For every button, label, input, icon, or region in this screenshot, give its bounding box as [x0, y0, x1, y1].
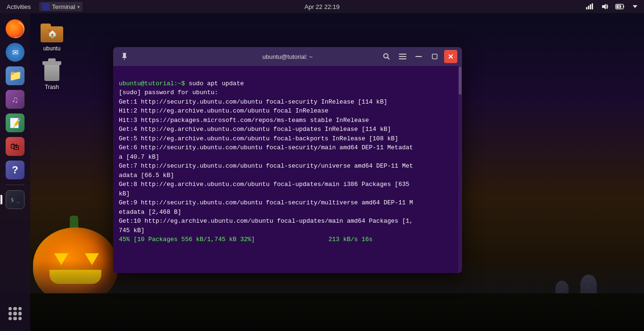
software-center-icon — [6, 137, 25, 156]
home-folder-icon: 🏠 — [41, 21, 63, 43]
dock-item-firefox[interactable] — [4, 18, 26, 40]
system-menu-icon[interactable] — [630, 1, 640, 12]
terminal-taskbar-icon — [42, 3, 50, 10]
dock-item-rhythmbox[interactable] — [4, 89, 26, 110]
writer-icon — [6, 113, 25, 132]
svg-rect-13 — [399, 56, 406, 57]
terminal-maximize-button[interactable] — [428, 50, 441, 63]
terminal-menu-button[interactable] — [396, 50, 409, 63]
terminal-search-button[interactable] — [380, 50, 393, 63]
dock-item-writer[interactable] — [4, 112, 26, 134]
svg-rect-3 — [590, 4, 591, 9]
home-folder-label: ubuntu — [43, 45, 61, 52]
svg-rect-2 — [588, 6, 589, 9]
terminal-title: ubuntu@tutorial: ~ — [263, 53, 313, 60]
dock-item-terminal[interactable] — [4, 189, 26, 210]
network-icon[interactable] — [585, 1, 595, 12]
terminal-close-button[interactable] — [444, 50, 457, 63]
application-dock — [0, 13, 30, 331]
dock-item-thunderbird[interactable] — [4, 41, 26, 63]
app-grid-icon — [6, 304, 25, 323]
desktop-icon-trash[interactable]: Trash — [33, 57, 71, 92]
svg-line-11 — [388, 57, 389, 59]
files-icon — [6, 66, 25, 85]
svg-rect-14 — [399, 58, 406, 59]
top-panel: Activities Terminal ▾ Apr 22 22:19 — [0, 0, 644, 13]
panel-left: Activities Terminal ▾ — [4, 2, 83, 11]
rhythmbox-icon — [6, 90, 25, 109]
terminal-scrollbar-thumb[interactable] — [459, 66, 462, 95]
dock-separator — [6, 185, 25, 185]
svg-marker-9 — [633, 5, 637, 8]
dock-item-software-center[interactable] — [4, 136, 26, 157]
terminal-dock-icon — [6, 190, 25, 209]
svg-rect-1 — [586, 7, 587, 9]
volume-icon[interactable] — [600, 1, 610, 12]
dock-item-files[interactable] — [4, 65, 26, 87]
svg-rect-12 — [399, 54, 406, 55]
titlebar-controls — [380, 50, 457, 63]
terminal-body[interactable]: ubuntu@tutorial:~$ sudo apt update [sudo… — [113, 66, 462, 273]
panel-right — [585, 1, 640, 12]
activities-button[interactable]: Activities — [4, 2, 33, 11]
terminal-output: ubuntu@tutorial:~$ sudo apt update [sudo… — [119, 70, 456, 253]
dock-item-help[interactable] — [4, 159, 26, 181]
terminal-titlebar: ubuntu@tutorial: ~ — [113, 47, 462, 66]
trash-icon — [41, 59, 63, 82]
titlebar-left — [118, 50, 131, 63]
dock-item-app-grid[interactable] — [4, 303, 26, 324]
trash-label: Trash — [45, 84, 59, 90]
ground — [0, 293, 644, 331]
thunderbird-icon — [6, 43, 25, 62]
svg-rect-0 — [43, 4, 48, 9]
firefox-icon — [6, 19, 25, 38]
help-icon — [6, 161, 25, 179]
svg-point-10 — [384, 54, 388, 58]
terminal-taskbar-label: Terminal — [52, 3, 75, 10]
terminal-pin-icon[interactable] — [118, 50, 131, 63]
battery-icon[interactable] — [615, 1, 625, 12]
terminal-taskbar-item[interactable]: Terminal ▾ — [39, 2, 83, 11]
panel-clock[interactable]: Apr 22 22:19 — [305, 3, 339, 10]
svg-rect-15 — [415, 56, 422, 57]
terminal-window: ubuntu@tutorial: ~ — [113, 47, 462, 273]
svg-marker-5 — [602, 4, 606, 9]
terminal-minimize-button[interactable] — [412, 50, 425, 63]
chevron-down-icon: ▾ — [77, 4, 80, 9]
svg-rect-16 — [432, 54, 437, 59]
desktop-icon-home[interactable]: 🏠 ubuntu — [33, 19, 71, 54]
desktop-icons-area: 🏠 ubuntu Trash — [33, 19, 71, 92]
terminal-scrollbar[interactable] — [458, 66, 462, 273]
svg-rect-8 — [623, 6, 624, 8]
svg-rect-4 — [592, 3, 593, 9]
